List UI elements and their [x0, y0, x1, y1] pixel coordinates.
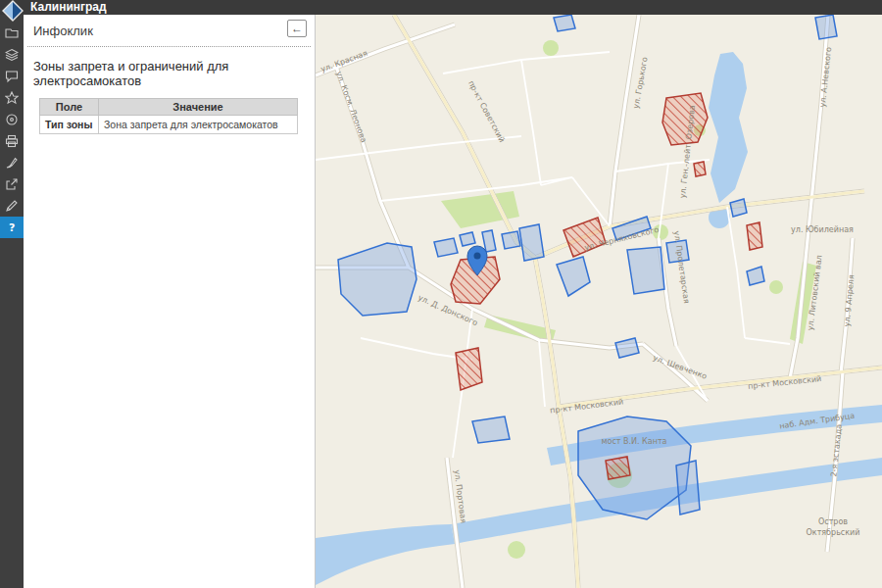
brush-icon [5, 156, 19, 170]
restriction-zone[interactable] [730, 199, 747, 217]
restriction-zone[interactable] [434, 238, 458, 257]
street-label: мост В.И. Канта [601, 437, 666, 446]
toolbar-button-share[interactable] [0, 173, 24, 195]
prohibition-zone[interactable] [456, 348, 482, 390]
printer-icon [5, 134, 19, 148]
street-label: ул. Юбилейная [791, 225, 854, 234]
toolbar-button-print[interactable] [0, 130, 24, 152]
column-header-value: Значение [99, 99, 298, 116]
prohibition-zone[interactable] [694, 162, 706, 176]
folder-icon [5, 26, 19, 40]
panel-title: Инфоклик [33, 24, 93, 38]
toolbar-button-layers[interactable] [0, 44, 24, 66]
star-icon [5, 91, 19, 105]
feature-title: Зоны запрета и ограничений для электроса… [24, 47, 315, 88]
toolbar-button-comments[interactable] [0, 66, 24, 87]
map-marker-dot [474, 253, 481, 260]
attribute-value: Зона запрета для электросамокатов [99, 116, 298, 134]
restriction-zone[interactable] [815, 15, 837, 39]
street-label: Остров [818, 517, 848, 526]
attribute-field: Тип зоны [40, 116, 99, 134]
app-header: Калининград [0, 0, 882, 15]
info-panel: Инфоклик ← Зоны запрета и ограничений дл… [24, 15, 316, 588]
toolbar-button-panel[interactable] [0, 23, 24, 44]
share-icon [5, 177, 19, 191]
restriction-zone[interactable] [676, 461, 700, 514]
toolbar-button-help[interactable]: ? [0, 217, 24, 238]
restriction-zone[interactable] [627, 247, 664, 294]
panel-header: Инфоклик ← [27, 15, 311, 47]
restriction-zone[interactable] [472, 416, 510, 443]
comment-icon [5, 70, 19, 83]
restriction-zone[interactable] [502, 231, 520, 249]
toolbar-button-draw[interactable] [0, 152, 24, 173]
prohibition-zone[interactable] [747, 222, 762, 250]
target-icon [5, 113, 19, 126]
toolbar-button-measure[interactable] [0, 195, 24, 217]
map-canvas[interactable]: ул. Краснаяул. Косм. Леоновапр-кт Советс… [316, 15, 882, 588]
toolbar-button-locate[interactable] [0, 109, 24, 130]
attribute-table: Поле Значение Тип зоны Зона запрета для … [39, 98, 298, 134]
app-logo[interactable] [2, 0, 24, 22]
restriction-zone[interactable] [554, 15, 575, 31]
app-title: Калининград [30, 0, 107, 15]
column-header-field: Поле [40, 99, 99, 116]
toolbar: ? [0, 15, 24, 588]
toolbar-button-bookmarks[interactable] [0, 87, 24, 109]
svg-text:?: ? [9, 221, 15, 234]
pencil-icon [5, 199, 19, 213]
map-svg: ул. Краснаяул. Косм. Леоновапр-кт Советс… [316, 15, 882, 588]
restriction-zone[interactable] [519, 224, 544, 261]
back-button[interactable]: ← [287, 20, 307, 37]
help-icon: ? [5, 220, 19, 234]
prohibition-zone[interactable] [606, 457, 630, 479]
layers-icon [5, 48, 19, 62]
table-row: Тип зоны Зона запрета для электросамокат… [40, 116, 298, 134]
restriction-zone[interactable] [460, 232, 475, 246]
street-label: Октябрьский [807, 528, 860, 537]
